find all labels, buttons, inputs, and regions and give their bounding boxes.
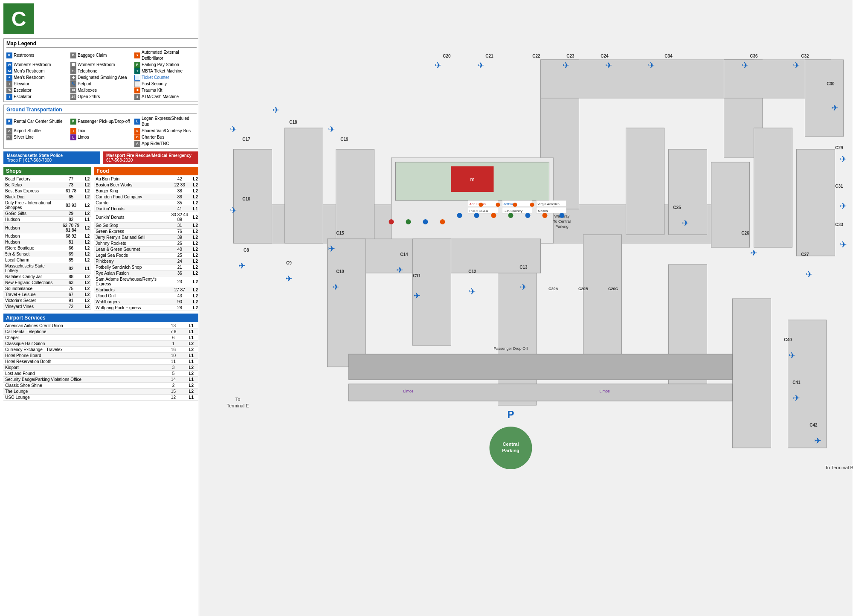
table-row: 5th & Sunset69L2 [3, 251, 91, 257]
svg-text:C30: C30 [827, 81, 835, 86]
svg-text:✈: ✈ [605, 61, 612, 70]
table-row: Vineyard Vines72L2 [3, 304, 91, 310]
svg-text:Parking: Parking [502, 448, 519, 453]
charter-bus-label: Charter Bus [142, 134, 164, 140]
table-row: Natalie's Candy Jar88L2 [3, 274, 91, 280]
table-row: Best Buy Express61 78L2 [3, 188, 91, 194]
svg-rect-15 [797, 149, 835, 256]
table-row: Dunkin' Donuts41L1 [94, 206, 200, 212]
table-row: Ulood Grill43L2 [94, 293, 200, 299]
svg-text:C40: C40 [784, 337, 792, 342]
womens-restroom-icon: W [6, 62, 12, 68]
table-row: Lean & Green Gourmet40L2 [94, 247, 200, 253]
shops-table: Bead Factory77L2Be Relax73L2Best Buy Exp… [3, 176, 91, 310]
legend-mailboxes: ✉ Mailboxes [70, 87, 133, 93]
legend-assisted-care: + Men's Restroom [6, 75, 69, 81]
limos-label: Limos [78, 134, 89, 140]
table-row: Burger King38L2 [94, 188, 200, 194]
svg-text:✈: ✈ [413, 291, 421, 300]
gt-airport-shuttle: A Airport Shuttle [6, 128, 69, 134]
passenger-pickup-icon: P [70, 119, 76, 125]
security-label: Telephone [78, 68, 97, 74]
legend-telephone: ☎ Women's Restroom [70, 62, 133, 68]
emergency-bar: Massachusetts State Police Troop F | 617… [3, 151, 200, 164]
airport-shuttle-label: Airport Shuttle [14, 128, 41, 134]
table-row: Hudson82L1 [3, 217, 91, 223]
police-info: Massachusetts State Police Troop F | 617… [3, 151, 100, 164]
svg-text:C23: C23 [566, 54, 574, 58]
table-row: USO Lounge12L1 [3, 395, 200, 401]
table-row: Green Express76L2 [94, 229, 200, 235]
legend-aed: ♥ Automated External Defibrillator [134, 49, 197, 61]
svg-rect-14 [754, 128, 792, 247]
shops-section: Shops Bead Factory77L2Be Relax73L2Best B… [3, 167, 91, 311]
mailboxes-icon: ✉ [70, 87, 76, 93]
svg-text:C34: C34 [664, 54, 673, 58]
shops-food-section: Shops Bead Factory77L2Be Relax73L2Best B… [3, 167, 200, 311]
restrooms-label: Restrooms [14, 52, 34, 58]
atm-label: ATM/Cash Machine [142, 94, 179, 100]
table-row: Car Rental Telephone7 8L1 [3, 329, 200, 335]
map-area: Level 2 (L2) Ticketing & Gates [198, 0, 853, 616]
elevator-label: Elevator [14, 81, 29, 87]
svg-point-122 [406, 219, 411, 224]
smoking-icon: ◆ [70, 75, 76, 81]
ground-transportation: Ground Transportation R Rental Car Cente… [3, 105, 200, 149]
airport-services-section: Airport Services American Airlines Credi… [3, 314, 200, 401]
table-row: Black Dog65L2 [3, 194, 91, 200]
svg-text:✈: ✈ [477, 61, 485, 70]
legend-atm: $ ATM/Cash Machine [134, 94, 197, 100]
svg-text:C42: C42 [809, 423, 818, 427]
table-row: Au Bon Pain42L2 [94, 176, 200, 182]
assisted-care-icon: + [6, 75, 12, 81]
svg-text:PORTUGLA: PORTUGLA [470, 209, 489, 213]
mbta-icon: T [134, 68, 140, 74]
svg-point-117 [508, 213, 514, 218]
table-row: Security Badge/Parking Violations Office… [3, 377, 200, 383]
svg-text:Terminal E: Terminal E [227, 403, 249, 408]
open24-label: Open 24hrs [78, 94, 100, 100]
svg-text:C20: C20 [443, 54, 451, 58]
logan-express-label: Logan Express/Sheduled Bus [142, 116, 197, 128]
table-row: Currito35L2 [94, 200, 200, 206]
svg-text:C13: C13 [519, 265, 528, 270]
table-row: Duty Free - International Shoppes83 93L2 [3, 200, 91, 211]
svg-text:✈: ✈ [328, 244, 335, 253]
airport-services-table: American Airlines Credit Union13L1Car Re… [3, 323, 200, 401]
gt-logan-express: L Logan Express/Sheduled Bus [134, 116, 197, 128]
table-row: Hudson81L2 [3, 239, 91, 245]
svg-text:✈: ✈ [840, 201, 847, 211]
svg-text:Parking: Parking [555, 224, 569, 229]
open24-icon: 24 [70, 94, 76, 100]
svg-text:C20B: C20B [578, 287, 589, 291]
table-row: New England Collections63L2 [3, 280, 91, 286]
table-row: Johnny Rockets26L2 [94, 241, 200, 247]
table-row: Currency Exchange - Travelex16L2 [3, 347, 200, 353]
table-row: Bead Factory77L2 [3, 176, 91, 182]
rental-car-label: Rental Car Center Shuttle [14, 119, 63, 125]
legend-womens-restroom: W Women's Restroom [6, 62, 69, 68]
petport-icon: 🐾 [70, 81, 76, 87]
table-row: Be Relax73L2 [3, 182, 91, 188]
airport-services-header: Airport Services [3, 314, 200, 322]
passenger-pickup-label: Passenger Pick-up/Drop-off [78, 119, 130, 125]
legend-restrooms: R Restrooms [6, 49, 69, 61]
airport-shuttle-icon: A [6, 128, 12, 134]
ground-trans-grid: R Rental Car Center Shuttle P Passenger … [6, 116, 197, 147]
terminal-logo: C [3, 3, 34, 34]
legend-mens-restroom: M Men's Restroom [6, 68, 69, 74]
svg-text:✈: ✈ [332, 282, 339, 292]
svg-point-120 [560, 213, 565, 218]
baggage-icon: B [70, 52, 76, 58]
svg-text:C8: C8 [244, 248, 249, 253]
table-row: Hudson68 92L2 [3, 233, 91, 239]
petport-label: Petport [78, 81, 91, 87]
svg-text:C20A: C20A [548, 287, 559, 291]
gt-limos: L Limos [70, 134, 133, 140]
svg-text:Limos: Limos [403, 389, 414, 393]
svg-text:✈: ✈ [682, 218, 689, 228]
table-row: Chapel6L1 [3, 335, 200, 341]
svg-rect-17 [285, 128, 323, 243]
fire-label: Massport Fire Rescue/Medical Emergency [106, 153, 196, 158]
telephone-label: Women's Restroom [78, 62, 115, 68]
